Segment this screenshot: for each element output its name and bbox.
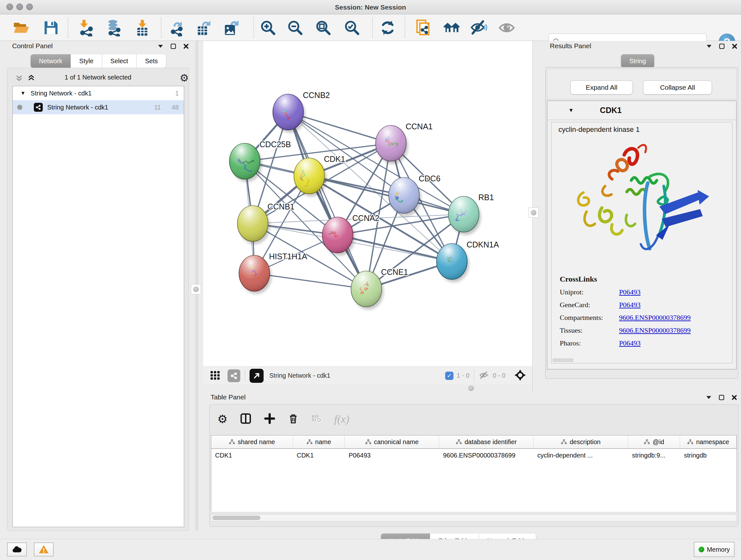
table-cell[interactable]: P06493: [345, 449, 440, 462]
node-table[interactable]: shared namenamecanonical namedatabase id…: [211, 435, 737, 512]
tab-sets[interactable]: Sets: [137, 54, 166, 68]
table-cell[interactable]: 9606.ENSP00000378699: [439, 449, 534, 462]
control-panel: Control Panel NetworkStyleSelectSets 1 o…: [3, 41, 189, 531]
column-header-name[interactable]: name: [293, 435, 345, 448]
network-collection-row[interactable]: ▼ String Network - cdk1 1: [13, 86, 184, 100]
column-header-id[interactable]: @id: [628, 435, 680, 448]
memory-button[interactable]: Memory: [694, 542, 735, 557]
column-header-canonical-name[interactable]: canonical name: [345, 435, 439, 448]
birds-eye-view-icon[interactable]: [443, 19, 461, 37]
right-splitter-handle[interactable]: [529, 207, 539, 218]
refresh-icon[interactable]: [379, 19, 397, 37]
crosslink-row: Compartments:9606.ENSP00000378699: [560, 314, 726, 322]
detach-view-icon[interactable]: [250, 369, 264, 383]
table-cell[interactable]: CDK1: [211, 449, 293, 462]
network-node-RB1[interactable]: RB1: [448, 193, 494, 235]
network-node-CDC6[interactable]: CDC6: [389, 174, 441, 216]
float-panel-icon[interactable]: [704, 42, 714, 51]
toolbar-separator: [372, 17, 373, 38]
collection-expand-icon[interactable]: ▼: [20, 90, 25, 96]
results-scrollbar-thumb[interactable]: [553, 359, 573, 362]
hidden-items-icon[interactable]: [479, 370, 489, 382]
create-column-icon[interactable]: [240, 413, 252, 426]
crosslink-link[interactable]: P06493: [619, 339, 641, 348]
column-header-description[interactable]: description: [534, 435, 628, 448]
network-node-CCNE1[interactable]: CCNE1: [351, 267, 408, 310]
collapse-all-button[interactable]: Collapse All: [643, 80, 712, 95]
crosslink-link[interactable]: 9606.ENSP00000378699: [619, 314, 690, 322]
delete-column-icon[interactable]: [287, 413, 299, 426]
selected-items-checkbox[interactable]: ✓: [445, 372, 454, 380]
table-hscrollbar-thumb[interactable]: [212, 516, 260, 520]
maximize-panel-icon[interactable]: [717, 42, 727, 51]
network-view-icon[interactable]: [227, 369, 240, 382]
export-network-icon[interactable]: [168, 19, 186, 37]
grid-view-icon[interactable]: [210, 370, 220, 382]
horizontal-splitter-handle[interactable]: [468, 385, 474, 391]
table-cell[interactable]: stringdb:9...: [628, 449, 680, 462]
clear-table-icon[interactable]: [311, 413, 322, 425]
tab-select[interactable]: Select: [102, 54, 137, 68]
network-node-HIST1H1A[interactable]: HIST1H1A: [239, 252, 307, 294]
gene-card: ▼ CDK1 cyclin-dependent kinase 1: [547, 101, 737, 369]
network-node-CDC25B[interactable]: CDC25B: [229, 140, 291, 182]
column-header-namespace[interactable]: namespace: [680, 435, 737, 448]
show-graphics-details-icon[interactable]: [498, 19, 516, 37]
toolbar-separator: [68, 17, 68, 38]
maximize-panel-icon[interactable]: [169, 42, 178, 51]
network-row[interactable]: String Network - cdk1 11 48: [13, 100, 184, 114]
float-panel-icon[interactable]: [156, 42, 165, 51]
first-neighbors-icon[interactable]: [415, 19, 433, 37]
network-node-CCNB1[interactable]: CCNB1: [238, 202, 294, 244]
export-image-icon[interactable]: [222, 19, 240, 37]
expand-all-button[interactable]: Expand All: [570, 80, 633, 95]
fit-content-icon[interactable]: [514, 369, 527, 383]
zoom-in-icon[interactable]: [259, 19, 277, 37]
close-panel-icon[interactable]: [730, 42, 739, 51]
import-table-file-icon[interactable]: [133, 19, 151, 37]
column-header-database-identifier[interactable]: database identifier: [439, 435, 534, 448]
tab-string[interactable]: String: [621, 54, 654, 68]
zoom-out-icon[interactable]: [286, 19, 304, 37]
zoom-fit-icon[interactable]: [314, 19, 332, 37]
network-node-CCNA2[interactable]: CCNA2: [322, 213, 380, 256]
table-hscrollbar[interactable]: [211, 514, 737, 521]
crosslink-link[interactable]: 9606.ENSP00000378699: [619, 326, 690, 334]
network-canvas[interactable]: CCNB2CCNA1CDC25BCDK1CDC6RB1CCNB1CCNA2CDK…: [203, 41, 532, 367]
crosslink-link[interactable]: P06493: [619, 301, 641, 309]
import-network-file-icon[interactable]: [77, 19, 95, 37]
warnings-button[interactable]: [34, 543, 54, 557]
close-panel-icon[interactable]: [181, 42, 191, 51]
float-panel-icon[interactable]: [704, 393, 714, 402]
table-cell[interactable]: CDK1: [293, 449, 345, 462]
network-graph[interactable]: CCNB2CCNA1CDC25BCDK1CDC6RB1CCNB1CCNA2CDK…: [203, 41, 532, 367]
table-cell[interactable]: stringdb: [680, 449, 737, 462]
close-panel-icon[interactable]: [730, 393, 739, 402]
zoom-selected-icon[interactable]: [343, 19, 361, 37]
save-session-icon[interactable]: [42, 19, 60, 37]
network-node-CCNB2[interactable]: CCNB2: [273, 91, 330, 133]
export-table-icon[interactable]: [195, 19, 213, 37]
function-builder-icon[interactable]: f(x): [334, 413, 349, 425]
cloud-sync-button[interactable]: [7, 543, 27, 557]
network-node-CDK1[interactable]: CDK1: [294, 154, 345, 197]
horizontal-splitter[interactable]: [203, 384, 532, 392]
open-session-icon[interactable]: [12, 19, 30, 37]
maximize-panel-icon[interactable]: [717, 393, 726, 402]
crosslink-link[interactable]: P06493: [619, 288, 641, 296]
column-header-shared-name[interactable]: shared name: [211, 435, 293, 448]
left-splitter-handle[interactable]: [191, 284, 201, 294]
network-node-CDKN1A[interactable]: CDKN1A: [436, 240, 499, 282]
network-options-gear-icon[interactable]: ⚙: [180, 72, 189, 84]
table-cell[interactable]: cyclin-dependent ...: [534, 449, 628, 462]
table-options-gear-icon[interactable]: ⚙: [217, 414, 227, 425]
add-row-icon[interactable]: [264, 413, 275, 426]
tab-style[interactable]: Style: [71, 54, 102, 68]
gene-card-header[interactable]: ▼ CDK1: [547, 101, 736, 120]
import-network-database-icon[interactable]: [105, 19, 123, 37]
tab-network[interactable]: Network: [30, 54, 71, 68]
table-row[interactable]: CDK1CDK1P064939606.ENSP00000378699cyclin…: [211, 449, 737, 462]
gene-collapse-icon[interactable]: ▼: [568, 107, 574, 114]
network-node-CCNA1[interactable]: CCNA1: [376, 122, 433, 164]
hide-graphics-details-icon[interactable]: [470, 19, 488, 37]
